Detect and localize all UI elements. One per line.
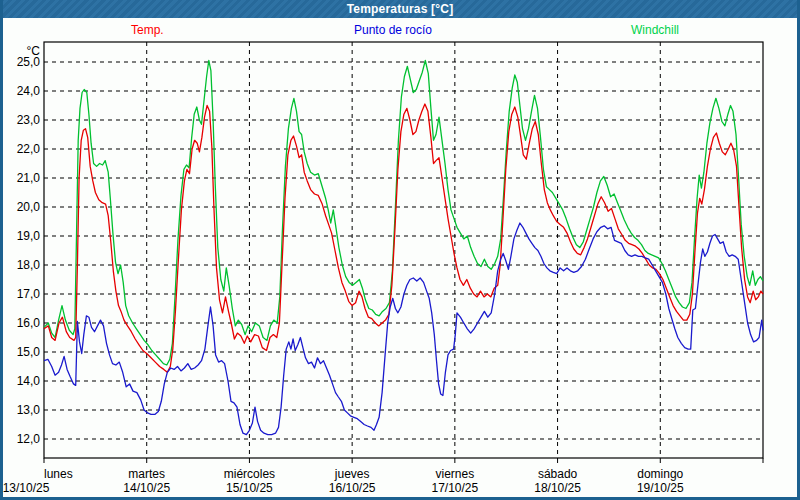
y-tick-label: 24,0 (17, 84, 41, 98)
day-date-label: 17/10/25 (431, 481, 478, 495)
day-date-label: 16/10/25 (329, 481, 376, 495)
day-name-label: jueves (334, 467, 370, 481)
day-date-label: 15/10/25 (226, 481, 273, 495)
day-name-label: lunes (44, 467, 73, 481)
y-tick-label: 18,0 (17, 258, 41, 272)
series-line-temp- (44, 104, 763, 372)
y-tick-label: 17,0 (17, 287, 41, 301)
y-tick-label: 16,0 (17, 316, 41, 330)
y-tick-label: 15,0 (17, 345, 41, 359)
y-tick-label: 19,0 (17, 229, 41, 243)
day-date-label: 19/10/25 (637, 481, 684, 495)
series-line-punto-de-roc-o (44, 223, 763, 435)
plot-frame (44, 42, 763, 458)
day-name-label: martes (128, 467, 165, 481)
y-tick-label: 21,0 (17, 171, 41, 185)
y-tick-label: 14,0 (17, 374, 41, 388)
day-date-label: 13/10/25 (3, 481, 50, 495)
day-date-label: 18/10/25 (534, 481, 581, 495)
app-window: Temperaturas [°C] Temp. Punto de rocío W… (0, 0, 800, 500)
temperature-chart: 25,024,023,022,021,020,019,018,017,016,0… (3, 0, 800, 500)
y-tick-label: 23,0 (17, 113, 41, 127)
y-axis-unit: °C (27, 44, 41, 58)
day-name-label: domingo (637, 467, 683, 481)
day-name-label: viernes (436, 467, 475, 481)
y-tick-label: 12,0 (17, 432, 41, 446)
day-name-label: miércoles (224, 467, 275, 481)
series-line-windchill (44, 61, 763, 366)
day-date-label: 14/10/25 (123, 481, 170, 495)
y-tick-label: 20,0 (17, 200, 41, 214)
y-tick-label: 13,0 (17, 403, 41, 417)
y-tick-label: 22,0 (17, 142, 41, 156)
day-name-label: sábado (538, 467, 578, 481)
